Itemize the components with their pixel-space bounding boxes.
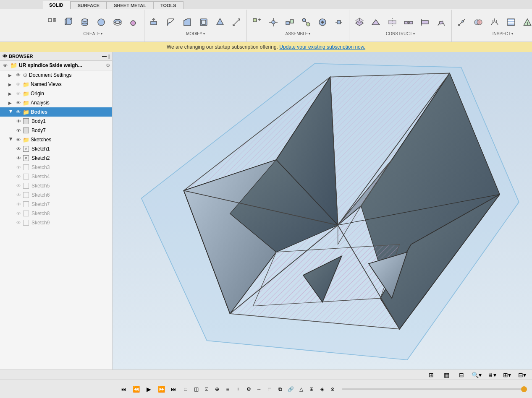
tree-item-document-settings[interactable]: ▶ 👁 ⚙ Document Settings	[0, 70, 112, 80]
zebra-btn[interactable]	[503, 15, 519, 30]
sketch7-eye[interactable]: 👁	[15, 201, 22, 208]
doc-eye-icon[interactable]: 👁	[2, 62, 8, 69]
torus-btn[interactable]	[110, 15, 125, 30]
inspect-label[interactable]: INSPECT ▾	[493, 31, 513, 36]
tree-item-sketch7[interactable]: 👁 Sketch7	[0, 200, 112, 209]
timeline-slider[interactable]	[338, 388, 530, 390]
tab-solid[interactable]: SOLID	[42, 1, 71, 9]
panel-layout-btn[interactable]: ⊟▾	[516, 369, 528, 381]
sphere-btn[interactable]	[94, 15, 109, 30]
curvature-comb-btn[interactable]	[487, 15, 502, 30]
tab-surface[interactable]: SURFACE	[71, 1, 107, 9]
browser-pin-icon[interactable]: |	[108, 54, 110, 59]
joint-btn[interactable]	[266, 15, 281, 30]
viewport[interactable]	[113, 52, 532, 369]
plane-through-btn[interactable]	[401, 15, 416, 30]
press-pull-btn[interactable]	[147, 15, 162, 30]
doc-settings-icon[interactable]: ⚙	[106, 62, 110, 68]
bottom-icon-11[interactable]: 🔗	[286, 384, 296, 394]
play-next-btn[interactable]: ⏩	[155, 383, 167, 395]
tree-item-sketch6[interactable]: 👁 Sketch6	[0, 190, 112, 200]
tree-item-analysis[interactable]: ▶ 👁 📁 Analysis	[0, 98, 112, 107]
offset-edge-btn[interactable]	[417, 15, 432, 30]
layout-btn[interactable]: ▦	[440, 369, 452, 381]
construct-label[interactable]: CONSTRUCT ▾	[386, 31, 415, 36]
display-settings-btn[interactable]: 🖥▾	[486, 369, 498, 381]
bottom-icon-5[interactable]: ≡	[223, 384, 233, 394]
sketch5-eye[interactable]: 👁	[15, 182, 22, 189]
bodies-eye[interactable]: 👁	[15, 109, 21, 115]
eye-icon[interactable]: 👁	[3, 54, 7, 59]
bottom-icon-12[interactable]: △	[296, 384, 306, 394]
tree-item-sketch2[interactable]: 👁 # Sketch2	[0, 153, 112, 163]
as-built-joint-btn[interactable]	[282, 15, 297, 30]
bottom-icon-8[interactable]: ↔	[254, 384, 264, 394]
bottom-icon-13[interactable]: ⊞	[307, 384, 317, 394]
tab-sheet-metal[interactable]: SHEET METAL	[107, 1, 153, 9]
play-btn[interactable]: ▶	[143, 383, 155, 395]
plane-along-path-btn[interactable]	[434, 15, 449, 30]
sketch3-eye[interactable]: 👁	[15, 164, 22, 171]
bottom-icon-3[interactable]: ⊡	[202, 384, 212, 394]
bottom-icon-2[interactable]: ◫	[191, 384, 201, 394]
sketches-eye[interactable]: 👁	[15, 136, 21, 143]
midplane-btn[interactable]	[385, 15, 400, 30]
sketch2-eye[interactable]: 👁	[15, 155, 22, 161]
play-end-btn[interactable]: ⏭	[168, 383, 180, 395]
draft-analysis-btn[interactable]	[520, 15, 532, 30]
assemble-new-btn[interactable]	[249, 15, 265, 30]
sketch4-eye[interactable]: 👁	[15, 173, 22, 180]
tree-item-sketch3[interactable]: 👁 Sketch3	[0, 163, 112, 172]
fillet-btn[interactable]	[163, 15, 178, 30]
bottom-icon-14[interactable]: ◈	[317, 384, 327, 394]
chamfer-btn[interactable]	[180, 15, 195, 30]
grid-settings-btn[interactable]: ⊞▾	[501, 369, 513, 381]
bottom-icon-15[interactable]: ⊗	[328, 384, 338, 394]
cylinder-btn[interactable]	[77, 15, 92, 30]
tree-item-sketch1[interactable]: 👁 # Sketch1	[0, 144, 112, 153]
bottom-icon-7[interactable]: ⚙	[244, 384, 254, 394]
bottom-icon-1[interactable]: □	[181, 384, 191, 394]
named-views-eye[interactable]: 👁	[15, 81, 21, 88]
body7-eye[interactable]: 👁	[15, 127, 22, 134]
interference-btn[interactable]	[471, 15, 486, 30]
plane-at-angle-btn[interactable]	[368, 15, 383, 30]
new-component-btn[interactable]	[45, 15, 60, 30]
grid-view-btn[interactable]: ⊞	[425, 369, 437, 381]
notification-link[interactable]: Update your existing subscription now.	[279, 44, 365, 50]
measure-btn[interactable]	[454, 15, 469, 30]
assemble-label[interactable]: ASSEMBLE ▾	[286, 31, 311, 36]
tree-item-sketch4[interactable]: 👁 Sketch4	[0, 172, 112, 181]
sketch9-eye[interactable]: 👁	[15, 219, 22, 226]
tree-item-sketches[interactable]: ▶ 👁 📁 Sketches	[0, 135, 112, 144]
tree-item-sketch5[interactable]: 👁 Sketch5	[0, 181, 112, 190]
tree-item-body7[interactable]: 👁 Body7	[0, 126, 112, 135]
bottom-icon-9[interactable]: ◻	[265, 384, 275, 394]
sketch1-eye[interactable]: 👁	[15, 146, 22, 152]
offset-plane-btn[interactable]	[352, 15, 367, 30]
origin-eye[interactable]: 👁	[15, 90, 21, 97]
sketch8-eye[interactable]: 👁	[15, 210, 22, 217]
tab-tools[interactable]: TOOLS	[153, 1, 183, 9]
drive-joints-btn[interactable]	[315, 15, 330, 30]
sketch6-eye[interactable]: 👁	[15, 192, 22, 198]
create-label[interactable]: CREATE ▾	[84, 31, 103, 36]
box-btn[interactable]	[61, 15, 76, 30]
draft-btn[interactable]	[212, 15, 228, 30]
tree-item-sketch8[interactable]: 👁 Sketch8	[0, 209, 112, 218]
modify-label[interactable]: MODIFY ▾	[186, 31, 205, 36]
analysis-eye[interactable]: 👁	[15, 99, 21, 106]
play-prev-btn[interactable]: ⏪	[130, 383, 142, 395]
motion-link-btn[interactable]	[331, 15, 346, 30]
play-start-btn[interactable]: ⏮	[118, 383, 129, 395]
coil-btn[interactable]	[126, 15, 142, 30]
tree-item-sketch9[interactable]: 👁 Sketch9	[0, 218, 112, 227]
tree-item-named-views[interactable]: ▶ 👁 📁 Named Views	[0, 80, 112, 89]
bottom-icon-4[interactable]: ⊕	[212, 384, 222, 394]
tree-item-origin[interactable]: ▶ 👁 📁 Origin	[0, 89, 112, 98]
panels-btn[interactable]: ⊟	[456, 369, 467, 381]
shell-btn[interactable]	[196, 15, 211, 30]
scale-btn[interactable]	[229, 15, 244, 30]
tree-item-body1[interactable]: 👁 Body1	[0, 117, 112, 126]
bottom-icon-6[interactable]: +	[233, 384, 243, 394]
